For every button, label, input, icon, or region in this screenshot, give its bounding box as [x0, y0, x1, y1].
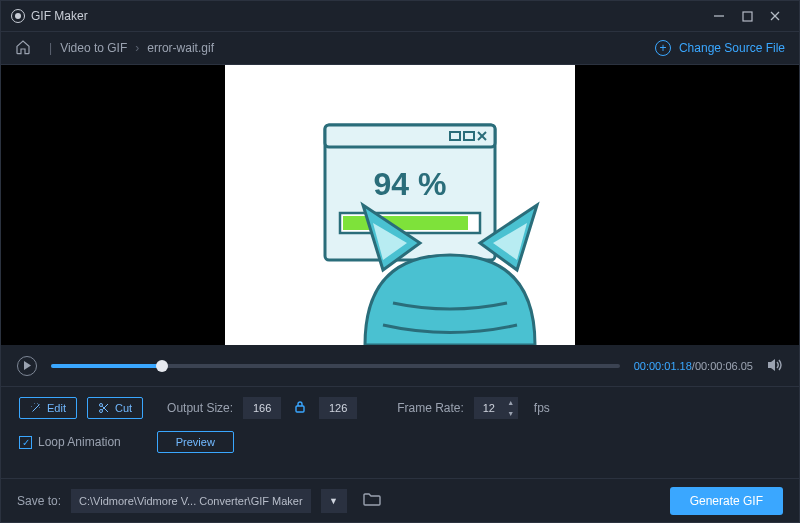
- close-button[interactable]: [761, 2, 789, 30]
- svg-rect-5: [325, 125, 495, 147]
- open-folder-button[interactable]: [363, 492, 381, 509]
- seek-thumb[interactable]: [156, 360, 168, 372]
- save-path-text: C:\Vidmore\Vidmore V... Converter\GIF Ma…: [79, 495, 303, 507]
- fps-stepper[interactable]: ▲ ▼: [474, 397, 518, 419]
- fps-input[interactable]: [474, 397, 504, 419]
- folder-icon: [363, 492, 381, 506]
- output-size-label: Output Size:: [167, 401, 233, 415]
- edit-label: Edit: [47, 402, 66, 414]
- change-source-label: Change Source File: [679, 41, 785, 55]
- seek-slider[interactable]: [51, 364, 620, 368]
- svg-rect-1: [743, 12, 752, 21]
- generate-gif-button[interactable]: Generate GIF: [670, 487, 783, 515]
- svg-marker-13: [768, 359, 775, 371]
- seek-fill: [51, 364, 162, 368]
- svg-marker-12: [24, 361, 31, 370]
- svg-rect-11: [343, 216, 468, 230]
- volume-icon[interactable]: [767, 358, 783, 374]
- home-icon[interactable]: [15, 39, 31, 58]
- edit-button[interactable]: Edit: [19, 397, 77, 419]
- loop-label: Loop Animation: [38, 435, 121, 449]
- fps-down-icon[interactable]: ▼: [504, 408, 518, 419]
- app-logo-icon: [11, 9, 25, 23]
- chevron-right-icon: ›: [135, 41, 139, 55]
- frame-rate-label: Frame Rate:: [397, 401, 464, 415]
- timeline-bar: 00:00:01.18/00:00:06.05: [1, 345, 799, 387]
- breadcrumb-section[interactable]: Video to GIF: [60, 41, 127, 55]
- time-display: 00:00:01.18/00:00:06.05: [634, 360, 753, 372]
- time-current: 00:00:01.18: [634, 360, 692, 372]
- height-input[interactable]: [319, 397, 357, 419]
- save-path-dropdown[interactable]: ▼: [321, 489, 347, 513]
- play-button[interactable]: [17, 356, 37, 376]
- svg-point-14: [99, 404, 102, 407]
- controls-panel: Edit Cut Output Size: Frame Rate: ▲ ▼ fp…: [1, 387, 799, 469]
- cut-button[interactable]: Cut: [87, 397, 143, 419]
- plus-circle-icon: +: [655, 40, 671, 56]
- minimize-button[interactable]: [705, 2, 733, 30]
- loop-checkbox[interactable]: ✓ Loop Animation: [19, 435, 121, 449]
- lock-icon[interactable]: [295, 401, 305, 416]
- preview-label: Preview: [176, 436, 215, 448]
- preview-frame: 94 %: [225, 65, 575, 345]
- titlebar: GIF Maker: [1, 1, 799, 31]
- svg-point-15: [99, 410, 102, 413]
- checkbox-checked-icon: ✓: [19, 436, 32, 449]
- footer-bar: Save to: C:\Vidmore\Vidmore V... Convert…: [1, 478, 799, 522]
- fps-unit: fps: [534, 401, 550, 415]
- wand-icon: [30, 402, 42, 414]
- breadcrumb-bar: | Video to GIF › error-wait.gif + Change…: [1, 31, 799, 65]
- cut-label: Cut: [115, 402, 132, 414]
- maximize-button[interactable]: [733, 2, 761, 30]
- fps-up-icon[interactable]: ▲: [504, 397, 518, 408]
- change-source-button[interactable]: + Change Source File: [655, 40, 785, 56]
- progress-text: 94 %: [374, 166, 447, 202]
- preview-button[interactable]: Preview: [157, 431, 234, 453]
- width-input[interactable]: [243, 397, 281, 419]
- app-window: GIF Maker | Video to GIF › error-wait.gi…: [0, 0, 800, 523]
- preview-image: 94 %: [225, 65, 575, 345]
- save-to-label: Save to:: [17, 494, 61, 508]
- breadcrumb-separator: |: [49, 41, 52, 55]
- app-title: GIF Maker: [31, 9, 88, 23]
- generate-label: Generate GIF: [690, 494, 763, 508]
- scissors-icon: [98, 402, 110, 414]
- breadcrumb-file: error-wait.gif: [147, 41, 214, 55]
- preview-stage: 94 %: [1, 65, 799, 345]
- save-path-field[interactable]: C:\Vidmore\Vidmore V... Converter\GIF Ma…: [71, 489, 311, 513]
- svg-rect-18: [296, 406, 304, 412]
- time-total: 00:00:06.05: [695, 360, 753, 372]
